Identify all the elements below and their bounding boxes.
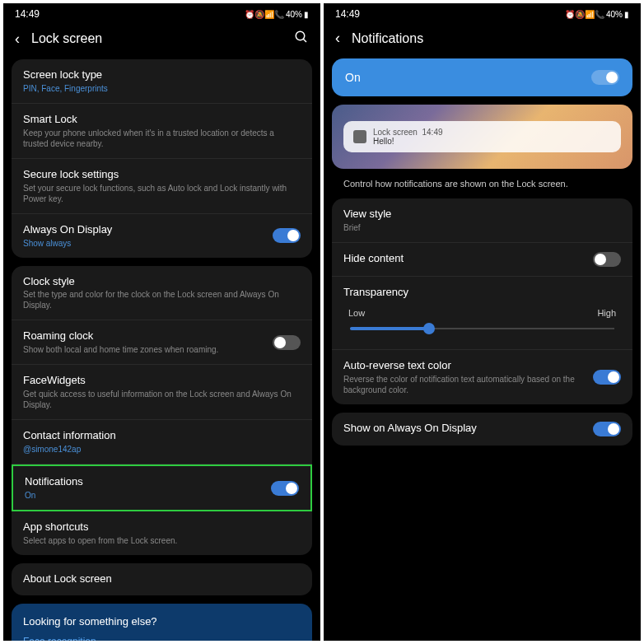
row-title: Screen lock type: [23, 68, 301, 82]
row-subtitle: On: [25, 490, 263, 501]
description: Control how notifications are shown on t…: [332, 177, 632, 198]
setting-row[interactable]: Roaming clockShow both local and home ti…: [12, 320, 312, 365]
setting-row[interactable]: Screen lock typePIN, Face, Fingerprints: [12, 59, 312, 104]
slider-high: High: [597, 308, 616, 318]
header: ‹ Lock screen: [3, 21, 320, 59]
row-title: Auto-reverse text color: [343, 359, 585, 373]
status-icons: ⏰🔕📶📞 40% ▮: [565, 10, 629, 19]
slider-low: Low: [348, 308, 365, 318]
setting-row[interactable]: Always On DisplayShow always: [12, 214, 312, 258]
setting-row[interactable]: Clock styleSet the type and color for th…: [12, 266, 312, 321]
content[interactable]: On Lock screen 14:49 Hello! Control how …: [324, 58, 641, 641]
master-toggle[interactable]: [591, 70, 619, 85]
row-subtitle: Show always: [23, 238, 264, 249]
status-icons: ⏰🔕📶📞 40% ▮: [245, 10, 309, 19]
link-face[interactable]: Face recognition: [23, 636, 301, 641]
row-title: Roaming clock: [23, 329, 264, 343]
row-title: App shortcuts: [23, 520, 301, 534]
transparency-label: Transparency: [343, 286, 621, 300]
row-title: Hide content: [343, 252, 585, 266]
toggle[interactable]: [593, 370, 621, 385]
row-subtitle: Set the type and color for the clock on …: [23, 289, 301, 310]
preview-app-icon: [353, 130, 366, 143]
svg-point-0: [296, 31, 305, 40]
status-bar: 14:49 ⏰🔕📶📞 40% ▮: [324, 3, 641, 21]
toggle[interactable]: [593, 252, 621, 267]
setting-row[interactable]: Auto-reverse text colorReverse the color…: [332, 350, 632, 404]
status-time: 14:49: [15, 8, 40, 20]
back-icon[interactable]: ‹: [15, 30, 20, 48]
row-title: Clock style: [23, 275, 301, 289]
row-title: Smart Lock: [23, 113, 301, 127]
preview-card: Lock screen 14:49 Hello!: [343, 121, 621, 152]
row-subtitle: Select apps to open from the Lock screen…: [23, 535, 301, 546]
group-display: Clock styleSet the type and color for th…: [12, 266, 312, 555]
row-title: FaceWidgets: [23, 374, 301, 388]
lock-screen-settings: 14:49 ⏰🔕📶📞 40% ▮ ‹ Lock screen Screen lo…: [3, 3, 320, 641]
notification-preview: Lock screen 14:49 Hello!: [332, 105, 632, 169]
status-bar: 14:49 ⏰🔕📶📞 40% ▮: [3, 3, 320, 21]
setting-row[interactable]: View styleBrief: [332, 198, 632, 243]
setting-row[interactable]: NotificationsOn: [12, 464, 312, 511]
toggle[interactable]: [273, 228, 301, 243]
content[interactable]: Screen lock typePIN, Face, FingerprintsS…: [3, 59, 320, 641]
header: ‹ Notifications: [324, 21, 641, 58]
status-time: 14:49: [335, 8, 360, 20]
row-subtitle: Keep your phone unlocked when it's in a …: [23, 128, 301, 149]
preview-app: Lock screen: [373, 128, 418, 137]
search-icon[interactable]: [294, 30, 309, 48]
setting-row[interactable]: Smart LockKeep your phone unlocked when …: [12, 104, 312, 159]
row-title: About Lock screen: [23, 572, 301, 586]
row-title: Contact information: [23, 429, 301, 443]
svg-line-1: [303, 39, 306, 42]
more-options: Looking for something else? Face recogni…: [12, 604, 312, 641]
row-title: View style: [343, 208, 621, 222]
preview-msg: Hello!: [373, 137, 611, 146]
on-label: On: [345, 71, 361, 84]
group-aod: Show on Always On Display: [332, 413, 632, 446]
page-title: Lock screen: [31, 31, 282, 46]
row-subtitle: Reverse the color of notification text a…: [343, 374, 585, 395]
row-title: Always On Display: [23, 223, 264, 237]
row-title: Secure lock settings: [23, 168, 301, 182]
notifications-settings: 14:49 ⏰🔕📶📞 40% ▮ ‹ Notifications On Lock…: [324, 3, 641, 641]
back-icon[interactable]: ‹: [335, 30, 340, 47]
setting-row[interactable]: FaceWidgetsGet quick access to useful in…: [12, 365, 312, 420]
page-title: Notifications: [352, 31, 629, 46]
setting-row[interactable]: Contact information@simone142ap: [12, 420, 312, 464]
row-subtitle: Set your secure lock functions, such as …: [23, 183, 301, 204]
preview-time: 14:49: [422, 128, 442, 137]
transparency-slider[interactable]: [350, 328, 614, 329]
row-subtitle: @simone142ap: [23, 444, 301, 455]
setting-row[interactable]: About Lock screen: [12, 563, 312, 595]
setting-row[interactable]: Show on Always On Display: [332, 413, 632, 446]
setting-row[interactable]: Secure lock settingsSet your secure lock…: [12, 159, 312, 214]
toggle[interactable]: [273, 335, 301, 350]
slider-thumb[interactable]: [423, 323, 435, 334]
row-subtitle: Show both local and home time zones when…: [23, 344, 264, 355]
row-title: Show on Always On Display: [343, 422, 585, 436]
row-subtitle: Brief: [343, 222, 621, 233]
row-subtitle: PIN, Face, Fingerprints: [23, 83, 301, 94]
toggle[interactable]: [271, 481, 299, 496]
setting-row[interactable]: App shortcutsSelect apps to open from th…: [12, 511, 312, 555]
row-title: Notifications: [25, 475, 263, 489]
toggle[interactable]: [593, 422, 621, 436]
setting-row[interactable]: Hide content: [332, 243, 632, 277]
row-subtitle: Get quick access to useful information o…: [23, 389, 301, 410]
more-title: Looking for something else?: [23, 615, 301, 628]
group-style: View styleBriefHide content Transparency…: [332, 198, 632, 404]
master-toggle-row[interactable]: On: [332, 58, 632, 96]
group-security: Screen lock typePIN, Face, FingerprintsS…: [12, 59, 312, 258]
group-about: About Lock screen: [12, 563, 312, 595]
transparency-row: Transparency Low High: [332, 277, 632, 350]
